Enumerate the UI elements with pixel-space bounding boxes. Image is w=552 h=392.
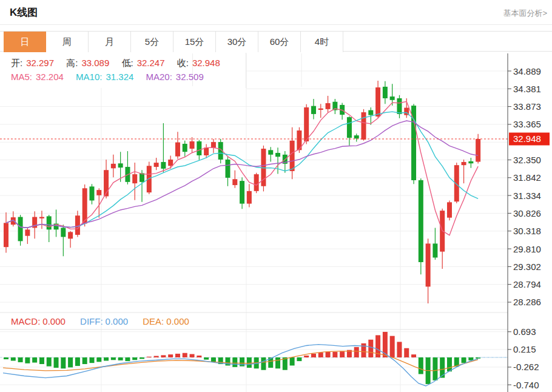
macd-bar bbox=[132, 357, 137, 360]
macd-bar bbox=[290, 357, 295, 365]
candle-body bbox=[354, 135, 359, 138]
dea-label: DEA: bbox=[143, 316, 164, 326]
macd-bar bbox=[140, 357, 144, 359]
candle-body bbox=[476, 139, 480, 162]
diff-label: DIFF: bbox=[80, 316, 103, 326]
ma20-line bbox=[6, 121, 478, 228]
macd-bar bbox=[154, 356, 159, 357]
y-axis-label: -0.262 bbox=[513, 362, 539, 372]
candle-body bbox=[375, 87, 380, 117]
macd-bar bbox=[354, 347, 359, 357]
quote-info-box: 开:32.297 高:33.089 低:32.247 收:32.948 MA5:… bbox=[0, 53, 246, 88]
candle-body bbox=[468, 161, 473, 163]
fundamental-analysis-link[interactable]: 基本面分析> bbox=[503, 8, 547, 19]
ma10-value: 31.324 bbox=[106, 72, 133, 82]
macd-bar bbox=[168, 354, 173, 357]
macd-values-row: MACD:0.000 DIFF:0.000 DEA:0.000 bbox=[11, 316, 192, 328]
macd-bar bbox=[211, 357, 216, 362]
y-axis-label: 31.842 bbox=[513, 172, 541, 183]
y-axis-label: 29.302 bbox=[513, 262, 541, 272]
candle-body bbox=[25, 229, 30, 235]
macd-bar bbox=[118, 357, 123, 360]
macd-bar bbox=[4, 357, 8, 359]
macd-bar bbox=[340, 351, 345, 357]
candle-body bbox=[347, 117, 352, 138]
tab-period-日[interactable]: 日 bbox=[4, 32, 46, 52]
macd-bar bbox=[18, 357, 23, 362]
macd-bar bbox=[75, 357, 80, 366]
low-label: 低: bbox=[121, 58, 133, 68]
tab-period-15分[interactable]: 15分 bbox=[173, 32, 216, 52]
ma20-value: 32.509 bbox=[176, 72, 204, 82]
tab-period-月[interactable]: 月 bbox=[89, 32, 131, 52]
macd-bar bbox=[468, 357, 473, 360]
y-axis-label: 32.350 bbox=[513, 155, 541, 165]
candle-body bbox=[61, 228, 66, 237]
macd-bar bbox=[318, 353, 323, 357]
macd-bar bbox=[39, 357, 44, 364]
page-title: K线图 bbox=[10, 5, 38, 19]
ma20-label: MA20: bbox=[146, 72, 172, 82]
candle-body bbox=[454, 165, 459, 201]
tab-period-5分[interactable]: 5分 bbox=[131, 32, 173, 52]
macd-bar bbox=[397, 342, 402, 357]
candle-body bbox=[82, 188, 87, 223]
candle-body bbox=[426, 243, 431, 286]
macd-bar bbox=[368, 340, 373, 357]
macd-bar bbox=[161, 355, 166, 357]
current-price-badge-text: 32.948 bbox=[513, 133, 541, 144]
macd-bar bbox=[183, 353, 187, 357]
candle-body bbox=[275, 153, 280, 157]
candle-body bbox=[304, 107, 309, 141]
tab-period-4时[interactable]: 4时 bbox=[301, 32, 343, 52]
macd-label: MACD: bbox=[11, 316, 40, 326]
candle-body bbox=[175, 143, 180, 157]
open-label: 开: bbox=[11, 58, 22, 68]
tab-period-30分[interactable]: 30分 bbox=[216, 32, 258, 52]
candle-body bbox=[433, 243, 437, 257]
candle-body bbox=[211, 142, 216, 147]
period-tab-bar: 日周月5分15分30分60分4时 bbox=[0, 31, 552, 52]
candle-body bbox=[318, 109, 323, 110]
ma5-line bbox=[6, 101, 478, 235]
macd-bar bbox=[390, 336, 395, 357]
candle-body bbox=[462, 162, 466, 165]
y-axis-label: 0.215 bbox=[513, 344, 536, 354]
ma-lines bbox=[6, 101, 478, 235]
macd-bar bbox=[11, 357, 16, 360]
macd-bar bbox=[311, 354, 316, 357]
macd-bar bbox=[204, 357, 209, 360]
candle-body bbox=[397, 98, 402, 114]
candle-body bbox=[204, 147, 209, 155]
candle-body bbox=[268, 150, 273, 155]
candle-body bbox=[161, 162, 166, 169]
current-price-badge: 32.948 bbox=[509, 132, 550, 145]
candle-body bbox=[254, 174, 259, 191]
candle-body bbox=[89, 186, 94, 200]
tab-period-周[interactable]: 周 bbox=[46, 32, 89, 52]
close-value: 32.948 bbox=[192, 58, 220, 68]
candle-body bbox=[111, 164, 116, 169]
candle-body bbox=[197, 141, 201, 155]
macd-bar bbox=[332, 352, 337, 357]
candle-body bbox=[232, 179, 237, 185]
tab-period-60分[interactable]: 60分 bbox=[258, 32, 301, 52]
candle-body bbox=[140, 173, 144, 181]
macd-bar bbox=[462, 357, 466, 363]
ma5-value: 32.204 bbox=[36, 72, 64, 82]
y-axis-label: 0.693 bbox=[513, 326, 536, 337]
ma10-line bbox=[6, 112, 478, 228]
candle-body bbox=[311, 106, 316, 114]
diff-value: 0.000 bbox=[106, 316, 129, 326]
candle-body bbox=[447, 202, 452, 217]
candle-body bbox=[240, 181, 244, 204]
macd-bar bbox=[419, 357, 423, 374]
candle-body bbox=[390, 96, 395, 100]
macd-bar bbox=[326, 352, 331, 357]
macd-value: 0.000 bbox=[42, 316, 66, 326]
high-label: 高: bbox=[66, 58, 78, 68]
macd-bar bbox=[275, 357, 280, 368]
macd-bar bbox=[175, 354, 180, 357]
macd-bar bbox=[104, 357, 109, 360]
macd-bar bbox=[111, 357, 116, 360]
